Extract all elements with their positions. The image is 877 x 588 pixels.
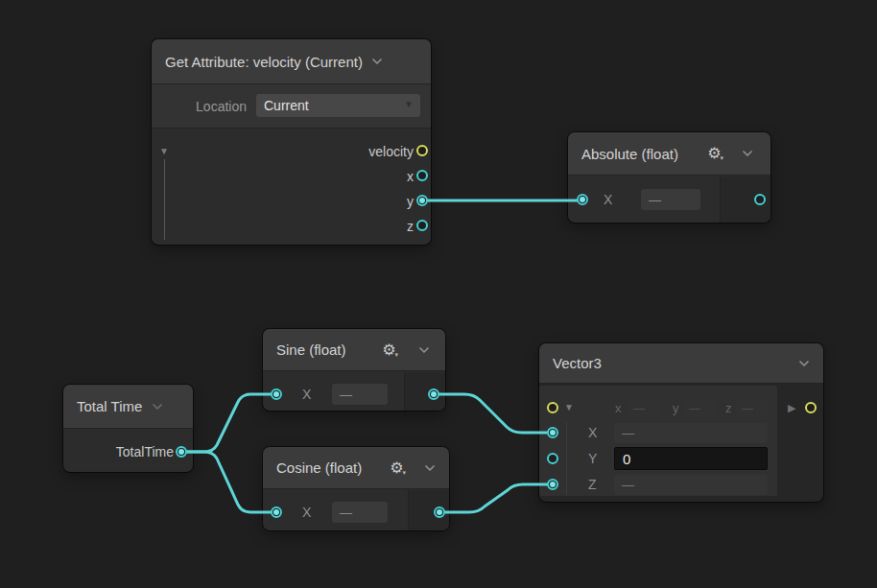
port-out-velocity[interactable]: [416, 145, 428, 156]
input-label-y: Y: [588, 451, 597, 466]
node-title: Vector3: [553, 355, 602, 371]
node-vector3[interactable]: Vector3 ▼ x — y — z — X — Y Z — ▶: [539, 343, 823, 502]
port-out[interactable]: [428, 388, 439, 400]
body-divider: [720, 176, 721, 223]
node-header[interactable]: Get Attribute: velocity (Current): [152, 39, 431, 84]
output-label-x: x: [407, 169, 414, 184]
node-title: Total Time: [77, 398, 142, 414]
node-absolute[interactable]: Absolute (float) ⚙▾ X —: [568, 132, 770, 223]
input-label-x: X: [604, 192, 612, 207]
input-field-x[interactable]: —: [614, 423, 768, 443]
input-field-y[interactable]: [614, 447, 768, 470]
port-separator-line: [566, 422, 567, 495]
location-dropdown-value: Current: [264, 98, 309, 113]
input-label-x: X: [588, 425, 597, 440]
output-label-velocity: velocity: [368, 144, 414, 159]
node-sine[interactable]: Sine (float) ⚙▾ X —: [263, 329, 445, 411]
input-label-x: X: [302, 505, 311, 520]
gear-icon[interactable]: ⚙▾: [707, 146, 723, 161]
input-field-x[interactable]: —: [332, 384, 388, 405]
node-header[interactable]: Absolute (float) ⚙▾: [568, 132, 770, 176]
input-field-x[interactable]: —: [641, 189, 700, 210]
node-get-attribute[interactable]: Get Attribute: velocity (Current) Locati…: [152, 39, 431, 245]
expander-down-icon[interactable]: ▼: [159, 147, 169, 156]
location-dropdown[interactable]: Current ▼: [256, 94, 420, 117]
chevron-down-icon[interactable]: [424, 464, 436, 472]
node-header[interactable]: Sine (float) ⚙▾: [263, 329, 445, 371]
node-header[interactable]: Cosine (float) ⚙▾: [263, 447, 449, 489]
port-in-z[interactable]: [547, 479, 558, 490]
port-out[interactable]: [754, 194, 766, 205]
port-out[interactable]: [176, 446, 187, 458]
chevron-down-icon[interactable]: [798, 360, 810, 367]
port-in-x[interactable]: [547, 427, 558, 438]
input-field-x[interactable]: —: [332, 502, 388, 523]
port-in-vector3[interactable]: [547, 402, 558, 413]
output-label-totaltime: TotalTime: [116, 444, 174, 459]
input-label-x: X: [302, 387, 311, 402]
edge-sine-to-vector3-x[interactable]: [434, 394, 553, 433]
input-label-z: Z: [588, 477, 597, 492]
compact-label-z: z: [725, 401, 732, 415]
node-cosine[interactable]: Cosine (float) ⚙▾ X —: [263, 447, 449, 530]
node-title: Absolute (float): [581, 146, 678, 162]
port-in-x[interactable]: [577, 194, 588, 205]
gear-icon[interactable]: ⚙▾: [382, 342, 398, 358]
output-label-y: y: [407, 194, 414, 209]
node-total-time[interactable]: Total Time TotalTime: [63, 385, 193, 472]
compact-label-y: y: [673, 401, 679, 415]
node-title: Cosine (float): [276, 459, 362, 476]
compact-field-x[interactable]: —: [628, 400, 660, 416]
expander-right-icon[interactable]: ▶: [788, 403, 795, 413]
node-output-section: ▼ velocity x y z: [152, 129, 431, 245]
node-header[interactable]: Total Time: [63, 385, 193, 429]
edge-cosine-to-vector3-z[interactable]: [439, 484, 553, 512]
port-out[interactable]: [805, 402, 817, 413]
gear-icon[interactable]: ⚙▾: [390, 460, 406, 476]
chevron-down-icon[interactable]: [418, 346, 430, 354]
expander-down-icon[interactable]: ▼: [564, 403, 574, 412]
port-out-z[interactable]: [416, 220, 428, 231]
port-in-x[interactable]: [271, 388, 282, 400]
body-divider: [404, 372, 405, 411]
dropdown-caret-icon: ▼: [404, 100, 414, 109]
node-graph-canvas[interactable]: { "icons": { "gear": "⚙", "gear_caret": …: [0, 0, 877, 588]
node-settings-row: Location Current ▼: [152, 84, 431, 129]
chevron-down-icon[interactable]: [742, 150, 753, 157]
body-divider: [408, 490, 409, 530]
node-title: Get Attribute: velocity (Current): [165, 54, 363, 70]
chevron-down-icon[interactable]: [152, 403, 163, 411]
compact-label-x: x: [615, 401, 622, 415]
port-out-x[interactable]: [416, 170, 428, 181]
location-label: Location: [196, 99, 247, 114]
input-field-z[interactable]: —: [614, 475, 768, 495]
node-title: Sine (float): [276, 341, 346, 358]
output-label-z: z: [407, 219, 414, 234]
chevron-down-icon[interactable]: [371, 58, 383, 65]
port-in-y[interactable]: [547, 453, 558, 464]
port-out-y[interactable]: [416, 195, 428, 206]
compact-field-z[interactable]: —: [736, 400, 769, 416]
port-out[interactable]: [434, 506, 445, 518]
node-header[interactable]: Vector3: [539, 343, 823, 384]
output-column: [405, 372, 445, 411]
port-in-x[interactable]: [271, 506, 282, 518]
group-guide-line: [164, 159, 165, 240]
compact-field-y[interactable]: —: [683, 400, 716, 416]
